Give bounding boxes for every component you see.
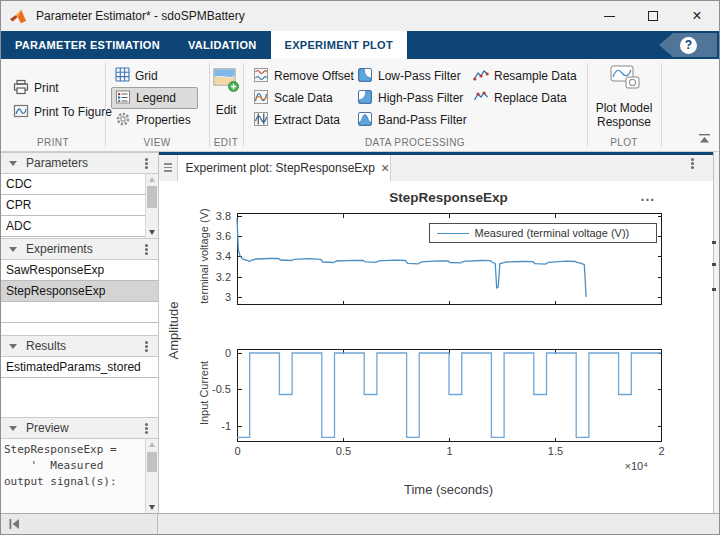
right-panel-splitter[interactable] — [713, 152, 719, 513]
chevron-down-icon — [9, 247, 17, 252]
preview-panel-header[interactable]: Preview — [1, 417, 158, 439]
experiments-menu-icon[interactable] — [145, 248, 148, 251]
data-processing-section-caption: DATA PROCESSING — [243, 137, 587, 148]
grid-icon — [115, 67, 130, 85]
print-button[interactable]: Print — [9, 77, 119, 99]
gear-icon — [115, 111, 131, 130]
list-item[interactable]: CPR — [1, 195, 158, 216]
remove-offset-icon — [253, 67, 269, 86]
preview-text: StepResponseExp = ' Measured output sign… — [1, 439, 158, 513]
svg-text:3.4: 3.4 — [215, 250, 230, 262]
scroll-down-icon[interactable] — [149, 505, 155, 510]
close-button[interactable]: × — [675, 1, 719, 31]
list-item[interactable]: ADC — [1, 216, 158, 237]
section-divider — [661, 63, 662, 147]
minimize-icon — [604, 16, 615, 17]
remove-offset-button[interactable]: Remove Offset — [249, 65, 361, 87]
tab-experiment-plot[interactable]: EXPERIMENT PLOT — [271, 31, 407, 59]
grid-toggle-button[interactable]: Grid — [111, 65, 198, 87]
document-tab-bar: Experiment plot: StepResponseExp × — [159, 155, 713, 181]
replace-data-button[interactable]: Replace Data — [469, 87, 584, 109]
collapse-ribbon-icon — [698, 133, 711, 144]
list-item[interactable]: EstimatedParams_stored — [1, 357, 158, 378]
printer-icon — [13, 79, 29, 98]
list-item-selected[interactable]: StepResponseExp — [1, 281, 158, 302]
tab-parameter-estimation[interactable]: PARAMETER ESTIMATION — [1, 31, 174, 59]
properties-button[interactable]: Properties — [111, 109, 198, 131]
results-panel-header[interactable]: Results — [1, 335, 158, 357]
plot-model-response-icon — [606, 64, 642, 97]
edit-button[interactable]: Edit — [209, 67, 243, 117]
status-bar — [1, 513, 719, 534]
tab-validation[interactable]: VALIDATION — [174, 31, 271, 59]
svg-text:0: 0 — [224, 347, 230, 359]
scale-data-icon — [253, 89, 269, 108]
svg-text:-1: -1 — [221, 420, 231, 432]
maximize-button[interactable] — [631, 1, 675, 31]
svg-text:1: 1 — [446, 445, 452, 457]
parameters-panel-header[interactable]: Parameters — [1, 152, 158, 174]
experiments-panel-title: Experiments — [26, 242, 93, 256]
svg-text:0: 0 — [234, 445, 240, 457]
list-item-empty[interactable] — [1, 302, 158, 323]
help-button[interactable]: ? — [659, 33, 717, 57]
band-pass-filter-button[interactable]: Band-Pass Filter — [353, 109, 474, 131]
resample-data-icon — [473, 67, 489, 86]
experiments-panel-header[interactable]: Experiments — [1, 238, 158, 260]
low-pass-filter-button[interactable]: Low-Pass Filter — [353, 65, 474, 87]
scroll-up-icon[interactable] — [149, 177, 155, 182]
document-tab-label: Experiment plot: StepResponseExp — [186, 161, 375, 175]
tab-close-icon[interactable]: × — [381, 161, 389, 175]
edit-plot-icon — [212, 67, 240, 96]
print-to-figure-button[interactable]: Print To Figure — [9, 101, 119, 123]
band-pass-filter-icon — [357, 111, 373, 130]
chevron-down-icon — [9, 161, 17, 166]
help-icon: ? — [680, 37, 697, 54]
scrollbar-thumb[interactable] — [147, 452, 157, 472]
legend-toggle-button[interactable]: Legend — [111, 87, 198, 109]
splitter-grip-icon[interactable] — [164, 163, 172, 174]
high-pass-filter-button[interactable]: High-Pass Filter — [353, 87, 474, 109]
preview-scrollbar[interactable] — [145, 439, 158, 513]
results-list: EstimatedParams_stored — [1, 357, 158, 417]
list-item[interactable]: SawResponseExp — [1, 260, 158, 281]
plot-model-response-button[interactable]: Plot Model Response — [587, 64, 661, 129]
toolstrip-ribbon: Print Print To Figure PRINT — [1, 59, 719, 152]
replace-data-icon — [473, 89, 489, 108]
x-axis-multiplier: ×10⁴ — [625, 460, 648, 472]
scroll-down-icon[interactable] — [149, 230, 155, 235]
title-bar: Parameter Estimator* - sdoSPMBattery × — [1, 1, 719, 31]
scroll-up-icon[interactable] — [149, 442, 155, 447]
maximize-icon — [648, 11, 658, 21]
collapse-ribbon-button[interactable] — [698, 133, 711, 147]
document-tabbar-menu-icon[interactable] — [691, 162, 694, 165]
parameters-scrollbar[interactable] — [145, 174, 158, 238]
document-area: Experiment plot: StepResponseExp × StepR… — [159, 152, 713, 513]
window-title: Parameter Estimator* - sdoSPMBattery — [36, 9, 245, 23]
svg-text:0.5: 0.5 — [335, 445, 350, 457]
figure-canvas: StepResponseExp ... 33.23.43.63.800.511.… — [159, 181, 715, 513]
results-panel-title: Results — [26, 339, 66, 353]
chevron-down-icon — [9, 344, 17, 349]
resample-data-button[interactable]: Resample Data — [469, 65, 584, 87]
preview-menu-icon[interactable] — [145, 427, 148, 430]
parameter-estimator-window: Parameter Estimator* - sdoSPMBattery × P… — [0, 0, 720, 535]
parameters-menu-icon[interactable] — [145, 162, 148, 165]
svg-text:3.6: 3.6 — [215, 230, 230, 242]
list-item[interactable]: CDC — [1, 174, 158, 195]
scale-data-button[interactable]: Scale Data — [249, 87, 361, 109]
plot-legend[interactable]: Measured (terminal voltage (V)) — [429, 223, 657, 243]
print-to-figure-icon — [13, 103, 29, 122]
scrollbar-thumb[interactable] — [147, 186, 157, 208]
high-pass-filter-icon — [357, 89, 373, 108]
plot-section-caption: PLOT — [587, 137, 661, 148]
view-section-caption: VIEW — [105, 137, 209, 148]
results-menu-icon[interactable] — [145, 345, 148, 348]
legend-line-sample — [437, 233, 469, 234]
extract-data-icon — [253, 111, 269, 130]
chevron-down-icon — [9, 426, 17, 431]
svg-text:3.8: 3.8 — [215, 210, 230, 222]
minimize-button[interactable] — [587, 1, 631, 31]
collapse-sidebar-button[interactable] — [1, 514, 158, 534]
extract-data-button[interactable]: Extract Data — [249, 109, 361, 131]
